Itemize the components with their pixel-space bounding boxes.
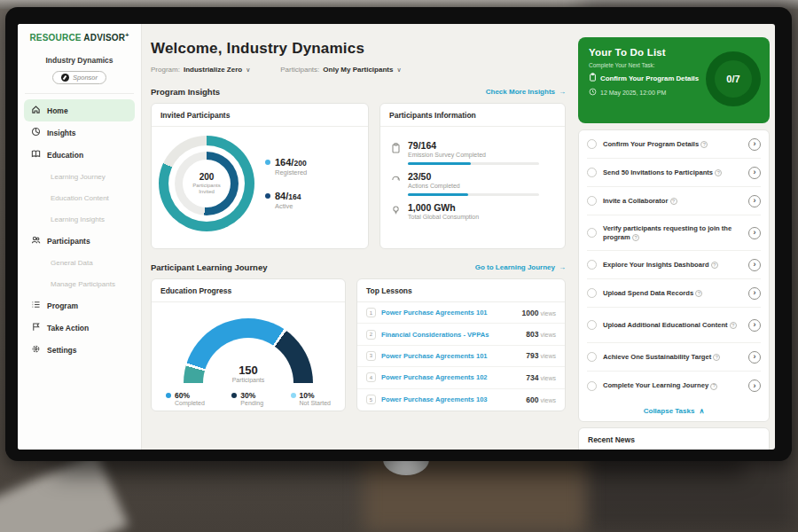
lesson-link[interactable]: Power Purchase Agreements 101 [381, 352, 520, 360]
sidebar-item-program[interactable]: Program [24, 294, 135, 317]
todo-item: Upload Additional Educational Content ? … [587, 308, 761, 343]
checkbox[interactable] [587, 381, 597, 391]
checkbox[interactable] [587, 196, 597, 206]
app-logo: RESOURCE ADVISOR+ [18, 32, 141, 43]
sidebar-item-insights[interactable]: Insights [24, 121, 135, 144]
rank-badge: 4 [366, 372, 376, 382]
collapse-label: Collapse Tasks [644, 407, 695, 415]
legend-completed: 60% Completed [166, 391, 205, 406]
sidebar-item-learning-insights[interactable]: Learning Insights [24, 208, 135, 230]
go-chevron-button[interactable]: › [748, 227, 761, 239]
learning-cards-row: Education Progress 150 Participants [151, 278, 566, 411]
todo-item: Send 50 Invitations to Participants ? › [587, 159, 761, 187]
todo-item: Achieve One Sustainability Target ? › [587, 343, 761, 372]
sidebar-item-settings[interactable]: Settings [24, 339, 135, 361]
help-icon[interactable]: ? [711, 262, 718, 269]
sidebar-item-education[interactable]: Education [24, 144, 135, 166]
lesson-link[interactable]: Power Purchase Agreements 102 [381, 373, 520, 381]
help-icon[interactable]: ? [695, 290, 702, 297]
list-icon [31, 300, 41, 311]
sidebar-item-label: Take Action [47, 324, 89, 332]
checkbox[interactable] [587, 228, 597, 238]
program-filter-dropdown[interactable]: Program: Industrialize Zero ∨ [151, 66, 250, 74]
todo-progress-value: 0/7 [715, 60, 752, 98]
todo-item: Invite a Collaborator ? › [587, 187, 761, 215]
go-chevron-button[interactable]: › [748, 379, 761, 392]
help-icon[interactable]: ? [730, 322, 737, 329]
stat-label: Emission Survey Completed [408, 152, 539, 158]
go-chevron-button[interactable]: › [748, 167, 761, 179]
invited-donut-chart: 200 Participants Invited 164/200 Registe [152, 127, 368, 240]
chevron-down-icon: ∨ [396, 66, 401, 74]
sidebar-item-learning-journey[interactable]: Learning Journey [24, 166, 135, 187]
views-suffix: views [540, 397, 556, 403]
help-icon[interactable]: ? [710, 383, 717, 390]
next-task-label: Confirm Your Program Details [600, 74, 699, 82]
sidebar-item-general-data[interactable]: General Data [24, 252, 135, 273]
home-icon [31, 105, 41, 116]
clock-icon [589, 88, 597, 97]
todo-label: Verify participants requesting to join t… [603, 224, 732, 241]
donut-ring-inner: 200 Participants Invited [175, 152, 239, 215]
logo-advisor: ADVISOR [83, 33, 125, 43]
checkbox[interactable] [587, 288, 597, 298]
todo-subtitle: Complete Your Next Task: [589, 62, 706, 68]
checkbox[interactable] [587, 260, 597, 270]
donut-gap: 200 Participants Invited [168, 145, 245, 222]
go-chevron-button[interactable]: › [748, 195, 761, 207]
progress-bar [408, 193, 539, 196]
participants-filter-label: Participants: [280, 66, 319, 74]
lesson-row: 2 Financial Considerations - VPPAs 803vi… [357, 324, 565, 345]
legend-pending: 30% Pending [231, 391, 263, 406]
sidebar-item-education-content[interactable]: Education Content [24, 187, 135, 208]
sidebar-item-take-action[interactable]: Take Action [24, 317, 135, 339]
legend-pct: 60% [175, 391, 205, 400]
program-insights-header: Program Insights Check More Insights → [151, 87, 566, 97]
sidebar-item-participants[interactable]: Participants [24, 230, 135, 252]
chevron-down-icon: ∨ [246, 66, 250, 74]
help-icon[interactable]: ? [700, 141, 708, 148]
todo-label: Invite a Collaborator [603, 197, 668, 205]
sidebar-item-home[interactable]: Home [24, 99, 135, 121]
go-chevron-button[interactable]: › [748, 319, 761, 332]
check-more-insights-link[interactable]: Check More Insights → [486, 88, 566, 96]
checkbox[interactable] [587, 320, 597, 330]
todo-label: Confirm Your Program Details [603, 140, 699, 148]
legend-pct: 30% [240, 391, 263, 400]
section-title: Program Insights [151, 87, 220, 97]
help-icon[interactable]: ? [632, 234, 639, 241]
go-to-learning-journey-link[interactable]: Go to Learning Journey → [475, 263, 566, 271]
sidebar-item-manage-participants[interactable]: Manage Participants [24, 273, 135, 294]
sponsor-badge[interactable]: Sponsor [52, 71, 106, 84]
rank-badge: 2 [366, 330, 376, 340]
lesson-row: 5 Power Purchase Agreements 103 600views [357, 389, 565, 411]
views-count: 1000 [522, 309, 539, 317]
go-chevron-button[interactable]: › [748, 138, 761, 151]
donut-center-value: 200 [200, 172, 215, 182]
lesson-link[interactable]: Power Purchase Agreements 103 [381, 395, 520, 403]
active-value: 84/ [275, 191, 288, 201]
help-icon[interactable]: ? [670, 198, 677, 205]
collapse-tasks-link[interactable]: Collapse Tasks ∧ [587, 400, 761, 421]
go-chevron-button[interactable]: › [748, 259, 761, 271]
participants-filter-dropdown[interactable]: Participants: Only My Participants ∨ [280, 66, 401, 74]
todo-item: Confirm Your Program Details ? › [587, 130, 761, 159]
help-icon[interactable]: ? [715, 169, 722, 176]
go-chevron-button[interactable]: › [748, 351, 761, 364]
sponsor-icon [61, 74, 69, 82]
legend-label: Completed [175, 400, 205, 406]
go-chevron-button[interactable]: › [748, 287, 761, 300]
lesson-link[interactable]: Power Purchase Agreements 101 [381, 309, 517, 317]
page-title: Welcome, Industry Dynamics [151, 40, 566, 58]
help-icon[interactable]: ? [713, 354, 720, 361]
lesson-link[interactable]: Financial Considerations - VPPAs [381, 331, 520, 339]
checkbox[interactable] [587, 168, 597, 177]
checkbox[interactable] [587, 139, 597, 149]
main-content: Welcome, Industry Dynamics Program: Indu… [142, 24, 575, 450]
dashboard-screen: RESOURCE ADVISOR+ Industry Dynamics Spon… [18, 24, 775, 450]
checkbox[interactable] [587, 352, 597, 362]
gauge-center-value: 150 [184, 364, 313, 377]
legend-pct: 10% [300, 391, 331, 400]
sidebar-divider [25, 93, 134, 94]
sponsor-label: Sponsor [73, 74, 98, 82]
